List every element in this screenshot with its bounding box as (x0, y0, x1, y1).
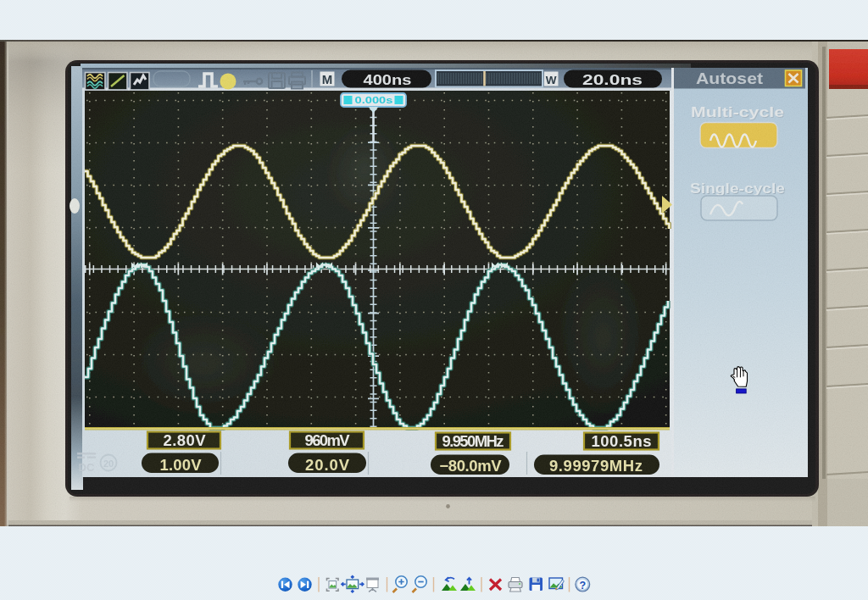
svg-text:?: ? (579, 580, 586, 592)
